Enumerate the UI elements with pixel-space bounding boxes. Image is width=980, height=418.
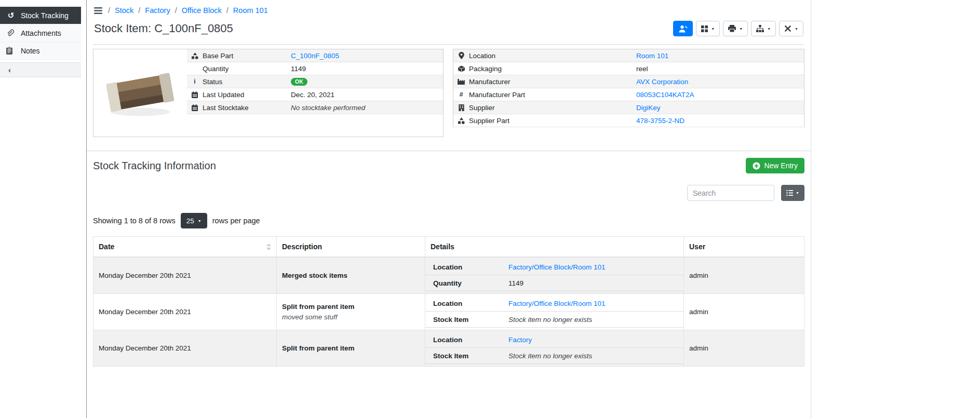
item-sourcing-panel: Location Room 101 Packaging reel Manufac… [453, 49, 804, 127]
info-icon: i [187, 78, 203, 85]
chevron-down-icon: ▼ [795, 27, 798, 31]
column-header-date[interactable]: Date [93, 237, 277, 258]
page-title: Stock Item: C_100nF_0805 [94, 22, 233, 35]
clipboard-icon [6, 47, 16, 55]
manufacturer-part-link[interactable]: 08053C104KAT2A [636, 91, 694, 99]
new-entry-button[interactable]: New Entry [746, 158, 804, 173]
menu-icon[interactable] [94, 7, 102, 14]
description-note: moved some stuff [282, 313, 420, 321]
breadcrumb-separator: / [138, 6, 140, 15]
item-summary-table: Base Part C_100nF_0805 Quantity 1149 i S… [187, 49, 443, 137]
building-icon [453, 104, 469, 111]
detail-label: Quantity [203, 65, 291, 73]
breadcrumb: / Stock / Factory / Office Block / Room … [94, 6, 804, 15]
part-thumbnail[interactable] [93, 49, 187, 137]
detail-sub-row: Location Factory/Office Block/Room 101 [425, 259, 683, 275]
breadcrumb-separator: / [226, 6, 229, 15]
tracking-section-header: Stock Tracking Information New Entry [87, 151, 811, 180]
chevron-down-icon: ▼ [796, 191, 799, 195]
detail-sub-label: Quantity [433, 279, 508, 287]
table-row: Monday December 20th 2021 Merged stock i… [93, 257, 804, 294]
location-link[interactable]: Factory [508, 336, 532, 344]
chevron-down-icon: ▼ [739, 27, 743, 31]
sidebar-item-label: Attachments [21, 29, 61, 37]
column-label: Date [99, 242, 114, 251]
detail-label: Manufacturer [469, 78, 636, 86]
list-icon [786, 190, 793, 196]
sidebar-item-notes[interactable]: Notes [0, 42, 81, 60]
sidebar-collapse-button[interactable]: ‹ [0, 62, 81, 77]
page-size-select[interactable]: 25 ▼ [181, 213, 207, 228]
breadcrumb-link-office-block[interactable]: Office Block [182, 6, 222, 15]
history-icon: ↺ [6, 11, 16, 20]
packaging-value: reel [636, 65, 804, 73]
supplier-link[interactable]: DigiKey [636, 104, 661, 112]
details-cell: Location Factory/Office Block/Room 101 S… [425, 294, 684, 330]
capacitor-image [99, 60, 181, 126]
status-badge: OK [291, 78, 307, 86]
detail-sub-value: Stock item no longer exists [508, 352, 676, 360]
tools-icon [784, 25, 791, 32]
location-link[interactable]: Factory/Office Block/Room 101 [508, 300, 606, 307]
breadcrumb-link-factory[interactable]: Factory [145, 6, 170, 15]
column-header-description: Description [277, 237, 425, 258]
description-cell: Split from parent item moved some stuff [277, 294, 425, 330]
detail-row-manufacturer-part: # Manufacturer Part 08053C104KAT2A [453, 88, 804, 101]
display-options-button[interactable]: ▼ [696, 21, 720, 36]
last-stocktake-value: No stocktake performed [291, 104, 443, 112]
sidebar-item-attachments[interactable]: Attachments [0, 24, 81, 42]
table-row: Monday December 20th 2021 Split from par… [93, 330, 804, 367]
user-edit-icon [679, 25, 688, 33]
detail-sub-label: Location [433, 263, 508, 271]
detail-label: Base Part [203, 52, 291, 60]
description-cell: Merged stock items [277, 257, 425, 294]
paperclip-icon [6, 29, 16, 37]
shapes-icon [453, 117, 469, 124]
page-header: / Stock / Factory / Office Block / Room … [87, 0, 811, 45]
breadcrumb-link-stock[interactable]: Stock [115, 6, 133, 15]
quantity-value: 1149 [291, 65, 443, 73]
details-cell: Location Factory/Office Block/Room 101 Q… [425, 257, 684, 294]
item-summary-panel: Base Part C_100nF_0805 Quantity 1149 i S… [93, 49, 444, 137]
pagination-info: Showing 1 to 8 of 8 rows 25 ▼ rows per p… [87, 201, 811, 235]
base-part-link[interactable]: C_100nF_0805 [291, 52, 339, 60]
detail-row-supplier-part: Supplier Part 478-3755-2-ND [453, 114, 804, 127]
showing-rows-text: Showing 1 to 8 of 8 rows [93, 217, 176, 225]
supplier-part-link[interactable]: 478-3755-2-ND [636, 117, 684, 125]
detail-label: Supplier [469, 104, 636, 112]
sidebar-item-stock-tracking[interactable]: ↺ Stock Tracking [0, 7, 81, 24]
detail-label: Supplier Part [469, 117, 636, 125]
location-link[interactable]: Factory/Office Block/Room 101 [508, 263, 606, 271]
detail-row-packaging: Packaging reel [453, 62, 804, 75]
search-input[interactable] [687, 185, 774, 201]
detail-row-location: Location Room 101 [453, 49, 804, 62]
detail-row-last-updated: Last Updated Dec. 20, 2021 [187, 88, 443, 101]
rows-per-page-text: rows per page [212, 217, 260, 225]
sidebar-item-label: Stock Tracking [21, 11, 69, 20]
manufacturer-link[interactable]: AVX Corporation [636, 78, 688, 86]
detail-label: Manufacturer Part [469, 91, 636, 99]
breadcrumb-link-room-101[interactable]: Room 101 [233, 6, 268, 15]
description-cell: Split from parent item [277, 330, 425, 367]
location-link[interactable]: Room 101 [636, 52, 668, 60]
main-content: / Stock / Factory / Office Block / Room … [86, 0, 811, 418]
detail-row-manufacturer: Manufacturer AVX Corporation [453, 75, 804, 88]
sidebar: ↺ Stock Tracking Attachments Notes ‹ [0, 0, 81, 418]
detail-sub-label: Location [433, 300, 508, 307]
stock-tracking-table: Date Description Details User Monday Dec… [93, 236, 804, 367]
columns-button[interactable]: ▼ [781, 185, 804, 201]
sitemap-icon [756, 25, 764, 32]
title-bar: Stock Item: C_100nF_0805 ▼ [93, 20, 804, 45]
detail-sub-label: Stock Item [433, 352, 508, 360]
user-edit-button[interactable] [673, 21, 693, 36]
last-updated-value: Dec. 20, 2021 [291, 91, 443, 99]
detail-row-last-stocktake: Last Stocktake No stocktake performed [187, 101, 443, 114]
industry-icon [453, 78, 469, 85]
stock-actions-button[interactable]: ▼ [751, 21, 776, 36]
user-cell: admin [684, 257, 804, 294]
detail-sub-row: Stock Item Stock item no longer exists [425, 312, 683, 328]
toolbar: ▼ ▼ ▼ [673, 21, 803, 36]
stock-adjust-button[interactable]: ▼ [779, 21, 803, 36]
plus-circle-icon [753, 162, 760, 170]
print-options-button[interactable]: ▼ [723, 21, 748, 36]
